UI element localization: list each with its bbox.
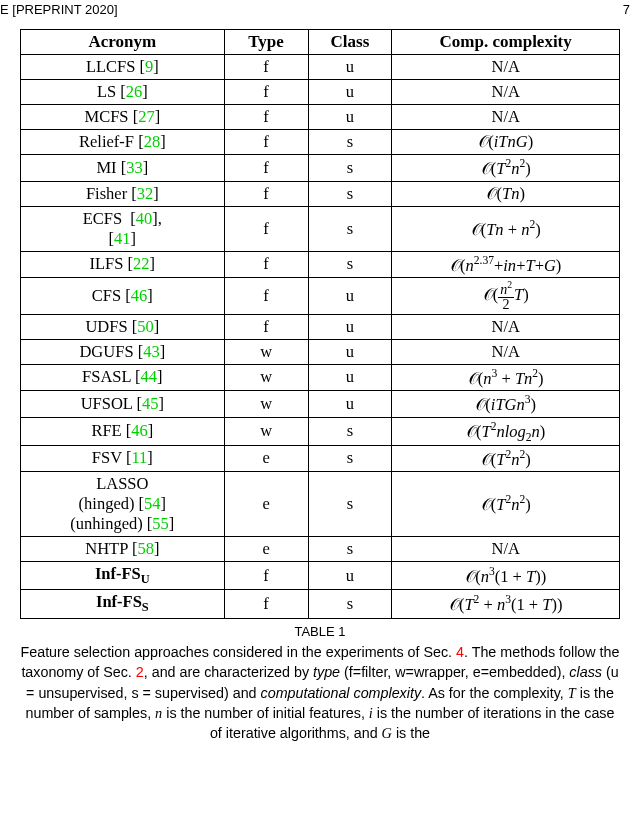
cell-type: f (224, 130, 308, 155)
table-row: LASSO(hinged) [54](unhinged) [55] e s 𝒪(… (21, 472, 620, 537)
col-type: Type (224, 30, 308, 55)
feature-selection-table: Acronym Type Class Comp. complexity LLCF… (20, 29, 620, 619)
cell-acronym: RFE [46] (21, 417, 225, 445)
cell-type: w (224, 391, 308, 418)
cell-class: s (308, 155, 392, 182)
cell-acronym: LLCFS [9] (21, 55, 225, 80)
cell-type: f (224, 105, 308, 130)
cell-complexity: 𝒪(T2n2) (392, 472, 620, 537)
table-row: FSV [11] e s 𝒪(T2n2) (21, 445, 620, 472)
cell-class: s (308, 130, 392, 155)
cell-type: f (224, 80, 308, 105)
cell-class: s (308, 537, 392, 562)
cell-complexity: N/A (392, 55, 620, 80)
cell-class: u (308, 364, 392, 391)
cell-acronym: DGUFS [43] (21, 339, 225, 364)
table-row: LLCFS [9] f u N/A (21, 55, 620, 80)
cell-type: f (224, 314, 308, 339)
cell-type: f (224, 155, 308, 182)
cell-type: w (224, 364, 308, 391)
cell-acronym: Inf-FSS (21, 590, 225, 618)
cell-class: s (308, 445, 392, 472)
table-row: UFSOL [45] w u 𝒪(iTGn3) (21, 391, 620, 418)
cell-complexity: 𝒪(T2n2) (392, 445, 620, 472)
cell-complexity: 𝒪(iTnG) (392, 130, 620, 155)
table-row: Inf-FSU f u 𝒪(n3(1 + T)) (21, 562, 620, 590)
cell-complexity: N/A (392, 537, 620, 562)
cell-type: f (224, 278, 308, 315)
caption-text: Feature selection approaches considered … (21, 644, 620, 741)
col-class: Class (308, 30, 392, 55)
cell-acronym: FSV [11] (21, 445, 225, 472)
cell-class: s (308, 472, 392, 537)
cell-type: f (224, 251, 308, 278)
table-row: FSASL [44] w u 𝒪(n3 + Tn2) (21, 364, 620, 391)
cell-class: s (308, 417, 392, 445)
table-row: Inf-FSS f s 𝒪(T2 + n3(1 + T)) (21, 590, 620, 618)
table-row: RFE [46] w s 𝒪(T2nlog2n) (21, 417, 620, 445)
cell-complexity: N/A (392, 80, 620, 105)
cell-complexity: N/A (392, 105, 620, 130)
cell-complexity: N/A (392, 314, 620, 339)
table-row: DGUFS [43] w u N/A (21, 339, 620, 364)
cell-acronym: LASSO(hinged) [54](unhinged) [55] (21, 472, 225, 537)
cell-class: s (308, 181, 392, 206)
table-row: MCFS [27] f u N/A (21, 105, 620, 130)
cell-complexity: 𝒪(n22T) (392, 278, 620, 315)
cell-complexity: 𝒪(iTGn3) (392, 391, 620, 418)
table-row: ILFS [22] f s 𝒪(n2.37+in+T+G) (21, 251, 620, 278)
cell-type: f (224, 590, 308, 618)
cell-complexity: 𝒪(T2nlog2n) (392, 417, 620, 445)
table-row: UDFS [50] f u N/A (21, 314, 620, 339)
cell-type: f (224, 206, 308, 251)
table-row: Relief-F [28] f s 𝒪(iTnG) (21, 130, 620, 155)
col-acronym: Acronym (21, 30, 225, 55)
table-row: CFS [46] f u 𝒪(n22T) (21, 278, 620, 315)
cell-type: f (224, 55, 308, 80)
cell-class: u (308, 55, 392, 80)
cell-acronym: CFS [46] (21, 278, 225, 315)
cell-complexity: 𝒪(n3(1 + T)) (392, 562, 620, 590)
cell-type: e (224, 472, 308, 537)
cell-class: u (308, 562, 392, 590)
cell-acronym: LS [26] (21, 80, 225, 105)
cell-acronym: FSASL [44] (21, 364, 225, 391)
cell-class: s (308, 590, 392, 618)
cell-complexity: 𝒪(T2 + n3(1 + T)) (392, 590, 620, 618)
cell-class: u (308, 339, 392, 364)
cell-class: s (308, 251, 392, 278)
header-left: E [PREPRINT 2020] (0, 2, 118, 17)
cell-type: e (224, 537, 308, 562)
cell-class: u (308, 278, 392, 315)
cell-complexity: 𝒪(Tn + n2) (392, 206, 620, 251)
cell-class: s (308, 206, 392, 251)
table-row: ECFS [40],[41] f s 𝒪(Tn + n2) (21, 206, 620, 251)
col-complexity: Comp. complexity (392, 30, 620, 55)
cell-type: w (224, 339, 308, 364)
cell-type: f (224, 181, 308, 206)
cell-acronym: MI [33] (21, 155, 225, 182)
cell-class: u (308, 80, 392, 105)
cell-complexity: 𝒪(n3 + Tn2) (392, 364, 620, 391)
cell-complexity: 𝒪(T2n2) (392, 155, 620, 182)
caption-label: TABLE 1 (18, 623, 622, 641)
cell-type: w (224, 417, 308, 445)
table-row: Fisher [32] f s 𝒪(Tn) (21, 181, 620, 206)
cell-acronym: Fisher [32] (21, 181, 225, 206)
table-caption: TABLE 1 Feature selection approaches con… (18, 623, 622, 744)
cell-complexity: 𝒪(Tn) (392, 181, 620, 206)
cell-complexity: N/A (392, 339, 620, 364)
cell-acronym: ILFS [22] (21, 251, 225, 278)
table-row: LS [26] f u N/A (21, 80, 620, 105)
cell-type: e (224, 445, 308, 472)
cell-class: u (308, 314, 392, 339)
cell-acronym: MCFS [27] (21, 105, 225, 130)
cell-complexity: 𝒪(n2.37+in+T+G) (392, 251, 620, 278)
cell-acronym: ECFS [40],[41] (21, 206, 225, 251)
cell-class: u (308, 105, 392, 130)
cell-acronym: UDFS [50] (21, 314, 225, 339)
cell-acronym: UFSOL [45] (21, 391, 225, 418)
cell-type: f (224, 562, 308, 590)
table-header-row: Acronym Type Class Comp. complexity (21, 30, 620, 55)
table-container: Acronym Type Class Comp. complexity LLCF… (20, 29, 620, 619)
